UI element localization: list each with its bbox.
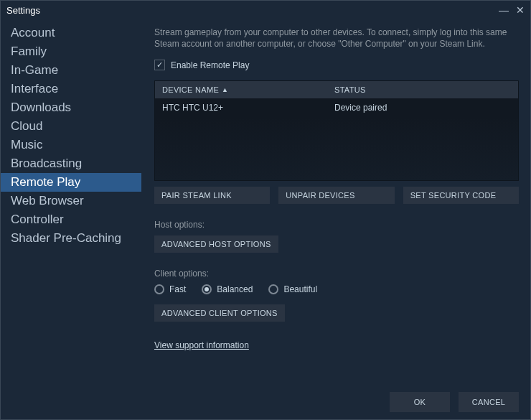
content-panel: Stream gameplay from your computer to ot… — [141, 19, 530, 385]
device-name: HTC HTC U12+ — [162, 103, 223, 113]
set-security-code-button[interactable]: SET SECURITY CODE — [403, 187, 519, 204]
advanced-host-options-button[interactable]: ADVANCED HOST OPTIONS — [154, 235, 278, 253]
pair-steam-link-button[interactable]: PAIR STEAM LINK — [154, 187, 270, 204]
settings-window: Settings — ✕ Account Family In-Game Inte… — [0, 0, 531, 420]
sidebar-item-shader-pre-caching[interactable]: Shader Pre-Caching — [1, 229, 141, 248]
device-table: DEVICE NAME ▲ STATUS HTC HTC U12+ Device… — [154, 80, 519, 181]
sort-asc-icon: ▲ — [222, 86, 228, 93]
table-row[interactable]: HTC HTC U12+ Device paired — [155, 98, 518, 117]
column-status[interactable]: STATUS — [334, 85, 511, 94]
client-options-label: Client options: — [154, 269, 519, 279]
sidebar-item-in-game[interactable]: In-Game — [1, 61, 141, 80]
minimize-icon[interactable]: — — [499, 4, 509, 16]
dialog-footer: OK CANCEL — [1, 385, 530, 419]
enable-remote-play-checkbox[interactable]: Enable Remote Play — [154, 60, 519, 70]
radio-icon — [202, 284, 212, 294]
sidebar-item-music[interactable]: Music — [1, 136, 141, 154]
radio-balanced[interactable]: Balanced — [202, 284, 253, 294]
sidebar-item-account[interactable]: Account — [1, 24, 141, 42]
sidebar-item-broadcasting[interactable]: Broadcasting — [1, 154, 141, 173]
column-device-name[interactable]: DEVICE NAME ▲ — [162, 85, 334, 94]
advanced-client-options-button[interactable]: ADVANCED CLIENT OPTIONS — [154, 304, 285, 322]
ok-button[interactable]: OK — [390, 392, 450, 412]
sidebar-item-downloads[interactable]: Downloads — [1, 98, 141, 117]
sidebar-item-family[interactable]: Family — [1, 42, 141, 61]
radio-beautiful[interactable]: Beautiful — [268, 284, 317, 294]
host-options-label: Host options: — [154, 220, 519, 230]
window-title: Settings — [6, 5, 40, 16]
cancel-button[interactable]: CANCEL — [459, 392, 519, 412]
checkmark-icon — [154, 60, 165, 70]
sidebar-item-cloud[interactable]: Cloud — [1, 117, 141, 136]
sidebar-item-interface[interactable]: Interface — [1, 80, 141, 98]
sidebar-item-remote-play[interactable]: Remote Play — [1, 173, 141, 192]
device-table-empty-area — [155, 117, 518, 180]
radio-fast[interactable]: Fast — [154, 284, 186, 294]
close-icon[interactable]: ✕ — [516, 4, 525, 16]
radio-icon — [268, 284, 278, 294]
description-text: Stream gameplay from your computer to ot… — [154, 27, 519, 50]
sidebar-item-controller[interactable]: Controller — [1, 210, 141, 229]
radio-icon — [154, 284, 164, 294]
sidebar-item-web-browser[interactable]: Web Browser — [1, 192, 141, 210]
window-controls: — ✕ — [499, 4, 525, 16]
device-table-header: DEVICE NAME ▲ STATUS — [155, 81, 518, 98]
unpair-devices-button[interactable]: UNPAIR DEVICES — [278, 187, 394, 204]
titlebar: Settings — ✕ — [1, 1, 530, 19]
device-status: Device paired — [334, 103, 387, 113]
client-quality-radio-group: Fast Balanced Beautiful — [154, 284, 519, 294]
view-support-information-link[interactable]: View support information — [154, 340, 519, 350]
enable-remote-play-label: Enable Remote Play — [171, 60, 249, 70]
sidebar: Account Family In-Game Interface Downloa… — [1, 19, 141, 385]
